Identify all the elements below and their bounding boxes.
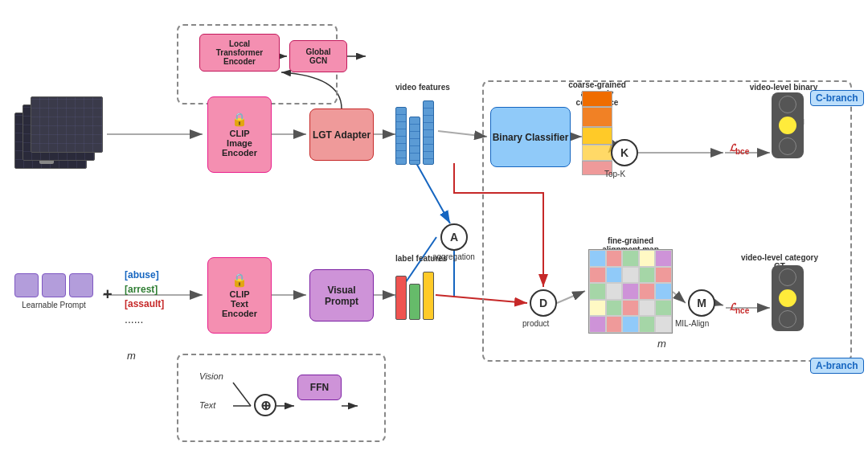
clip-text-encoder: 🔒 CLIP Text Encoder [207, 257, 272, 334]
map-cell-2-4 [655, 283, 672, 300]
map-cell-3-4 [655, 300, 672, 317]
label-assault: [assault] [125, 298, 164, 309]
lgt-adapter-label: LGT Adapter [313, 129, 371, 141]
tl-bottom-dot-1 [779, 268, 796, 286]
global-gcn-box: Global GCN [289, 40, 347, 72]
lf-bar-2 [409, 284, 420, 320]
map-cell-4-2 [622, 316, 639, 333]
conf-bar-1 [582, 91, 612, 107]
clip-text-line1: CLIP [229, 289, 249, 299]
ffn-label: FFN [310, 382, 329, 393]
svg-line-11 [416, 163, 450, 223]
map-cell-4-3 [639, 316, 656, 333]
circle-milalign: M [688, 289, 715, 317]
map-cell-0-3 [639, 250, 656, 267]
loss-bce-label: 𝓛bce [730, 141, 749, 156]
vf-bar-2 [409, 117, 420, 165]
map-cell-3-0 [589, 300, 606, 317]
map-cell-2-1 [606, 283, 623, 300]
aggregation-label: aggregation [432, 252, 475, 261]
ffn-text-label: Text [199, 400, 215, 410]
loss-nce-label: 𝓛nce [730, 300, 749, 315]
lock-icon-text: 🔒 [231, 272, 248, 288]
m-label-map: m [657, 338, 666, 350]
architecture-diagram: Local Transformer Encoder Global GCN 🔒 C… [0, 0, 868, 471]
video-frame-3 [31, 96, 103, 153]
circle-k-label: K [620, 146, 628, 159]
map-cell-2-2 [622, 283, 639, 300]
vf-bar-1 [395, 107, 407, 165]
clip-image-line1: CLIP [229, 129, 249, 138]
learnable-prompt-label: Learnable Prompt [22, 301, 86, 310]
map-cell-0-1 [606, 250, 623, 267]
label-features-label: label features [395, 254, 434, 263]
tl-bottom-dot-2 [779, 289, 796, 307]
product-label: product [522, 319, 549, 328]
ffn-box: FFN [297, 375, 342, 400]
map-cell-1-4 [655, 267, 672, 284]
text-categories: [abuse] [arrest] [assault] ...... [125, 269, 164, 326]
video-features-bars: video features [395, 100, 434, 165]
map-cell-4-0 [589, 316, 606, 333]
visual-prompt-box: Visual Prompt [309, 269, 374, 322]
map-cell-2-0 [589, 283, 606, 300]
clip-image-encoder: 🔒 CLIP Image Encoder [207, 96, 272, 173]
tl-top-dot-1 [779, 96, 796, 113]
ffn-vision-label: Vision [199, 371, 223, 381]
conf-bar-3 [582, 127, 612, 145]
a-branch-label: A-branch [810, 358, 864, 374]
local-transformer-label2: Transformer [207, 48, 272, 57]
binary-classifier-label: Binary Classifier [493, 132, 569, 143]
milalign-label: MIL-Align [675, 319, 709, 328]
label-arrest: [arrest] [125, 284, 164, 295]
prompt-box-1 [14, 273, 39, 297]
map-cell-3-1 [606, 300, 623, 317]
circle-topk: K [611, 139, 638, 166]
svg-line-7 [438, 131, 487, 137]
map-cell-4-4 [655, 316, 672, 333]
binary-classifier-box: Binary Classifier [490, 107, 571, 167]
prompt-box-2 [42, 273, 66, 297]
map-cell-1-2 [622, 267, 639, 284]
ffn-section [177, 354, 386, 442]
tl-bottom-dot-3 [779, 310, 796, 328]
plus-sign: + [103, 285, 113, 304]
circle-aggregation: A [440, 223, 468, 251]
ffn-plus-circle: ⊕ [254, 394, 276, 416]
circle-d-label: D [539, 297, 547, 309]
map-cell-1-3 [639, 267, 656, 284]
tl-top-dot-3 [779, 137, 796, 155]
topk-label: Top-K [604, 170, 625, 178]
circle-a-label: A [450, 231, 458, 244]
tl-top-dot-2 [779, 117, 796, 134]
lf-bar-1 [395, 276, 407, 320]
lgt-adapter-box: LGT Adapter [309, 109, 374, 161]
global-gcn-label: Global GCN [305, 47, 330, 65]
map-cell-2-3 [639, 283, 656, 300]
video-features-label: video features [395, 83, 434, 92]
map-cell-4-1 [606, 316, 623, 333]
clip-image-line3: Encoder [222, 148, 257, 158]
local-transformer-box: Local Transformer Encoder [199, 34, 280, 72]
map-cell-3-3 [639, 300, 656, 317]
clip-image-line2: Image [227, 138, 252, 148]
local-transformer-label3: Encoder [207, 57, 272, 66]
alignment-map-grid [588, 249, 673, 334]
vf-bar-3 [423, 100, 434, 165]
label-dots: ...... [125, 313, 164, 326]
c-branch-label: C-branch [810, 90, 864, 106]
lf-bar-3 [423, 272, 434, 320]
video-frames [14, 96, 107, 173]
visual-prompt-label: Visual Prompt [310, 285, 373, 307]
circle-m-label: M [697, 297, 706, 309]
traffic-light-top [772, 92, 804, 158]
clip-text-line2: Text [231, 299, 248, 309]
local-transformer-label: Local [207, 39, 272, 48]
map-cell-3-2 [622, 300, 639, 317]
map-cell-0-2 [622, 250, 639, 267]
map-cell-1-0 [589, 267, 606, 284]
map-cell-1-1 [606, 267, 623, 284]
circle-product: D [530, 289, 557, 317]
conf-bar-4 [582, 145, 612, 161]
clip-text-line3: Encoder [222, 309, 257, 318]
